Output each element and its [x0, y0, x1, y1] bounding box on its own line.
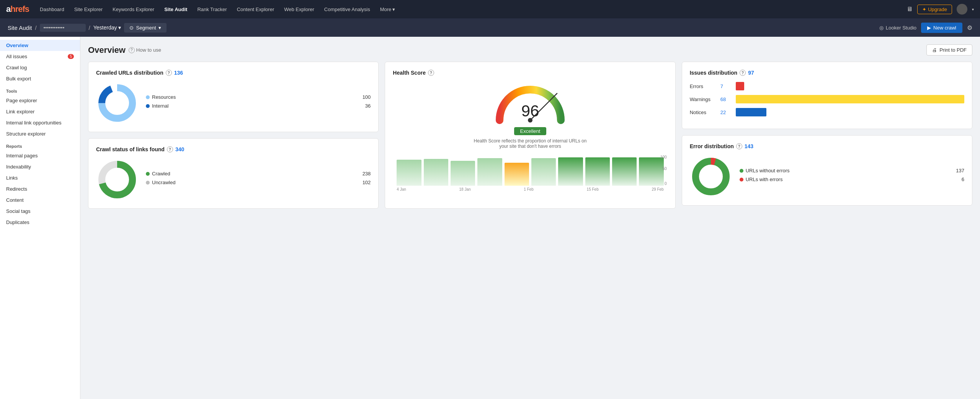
notices-row: Notices 22 [690, 108, 964, 116]
crawl-status-donut: Crawled 238 Uncrawled 102 [96, 159, 371, 201]
uncrawled-dot [146, 181, 150, 185]
internal-dot [146, 104, 150, 108]
sidebar-item-indexability[interactable]: Indexability [0, 161, 80, 172]
print-to-pdf-button[interactable]: 🖨 Print to PDF [926, 44, 972, 56]
nav-site-audit[interactable]: Site Audit [160, 5, 191, 14]
nav-keywords-explorer[interactable]: Keywords Explorer [109, 5, 158, 14]
chevron-down-icon: ▾ [392, 7, 395, 12]
issues-distribution-card: Issues distribution ? 97 Errors 7 Warnin… [682, 62, 972, 129]
crawled-legend-item: Crawled 238 [146, 171, 371, 177]
sidebar: Overview All issues 5 Crawl log Bulk exp… [0, 37, 80, 399]
crawled-urls-card: Crawled URLs distribution ? 136 [88, 62, 379, 132]
sidebar-item-overview[interactable]: Overview [0, 40, 80, 51]
nav-content-explorer[interactable]: Content Explorer [233, 5, 278, 14]
sidebar-item-structure-explorer[interactable]: Structure explorer [0, 128, 80, 139]
breadcrumb-sep-1: / [35, 25, 36, 31]
nav-web-explorer[interactable]: Web Explorer [280, 5, 318, 14]
crawled-urls-count[interactable]: 136 [174, 70, 183, 76]
health-score-section: 96 Excellent Health Score reflects the p… [393, 82, 667, 191]
nav-more[interactable]: More▾ [376, 5, 399, 14]
health-description: Health Score reflects the proportion of … [473, 138, 588, 149]
resources-legend-item: Resources 100 [146, 94, 371, 100]
breadcrumb-sep-2: / [89, 25, 90, 31]
crawled-urls-help-icon[interactable]: ? [166, 70, 172, 76]
breadcrumb-date[interactable]: Yesterday ▾ [93, 25, 121, 31]
looker-studio-button[interactable]: ◎ Looker Studio [879, 25, 916, 31]
nav-site-explorer[interactable]: Site Explorer [70, 5, 106, 14]
history-chart: 100 50 0 4 Jan 18 Jan 1 Feb 15 Feb 29 Fe… [393, 155, 667, 191]
sidebar-item-link-explorer[interactable]: Link explorer [0, 106, 80, 117]
sidebar-item-content[interactable]: Content [0, 195, 80, 206]
crawled-urls-chart [96, 82, 138, 124]
sidebar-item-links[interactable]: Links [0, 172, 80, 183]
sidebar-item-all-issues[interactable]: All issues 5 [0, 51, 80, 62]
warnings-count[interactable]: 68 [720, 96, 732, 102]
breadcrumb-site-audit[interactable]: Site Audit [8, 25, 32, 31]
crawl-status-title: Crawl status of links found ? 340 [96, 146, 371, 152]
errors-count[interactable]: 7 [720, 83, 732, 89]
internal-legend-item: Internal 36 [146, 103, 371, 109]
nav-competitive-analysis[interactable]: Competitive Analysis [320, 5, 374, 14]
looker-icon: ◎ [879, 25, 884, 31]
page-title: Overview [88, 45, 126, 55]
error-dist-title: Error distribution ? 143 [690, 143, 964, 149]
uncrawled-legend-item: Uncrawled 102 [146, 180, 371, 185]
upgrade-plus-icon: ✦ [922, 7, 926, 12]
error-dist-donut: URLs without errors 137 URLs with errors… [690, 155, 964, 198]
error-dist-help-icon[interactable]: ? [736, 143, 742, 149]
breadcrumb-bar: Site Audit / •••••••••••• / Yesterday ▾ … [0, 18, 980, 37]
all-issues-badge: 5 [68, 54, 74, 59]
sidebar-item-redirects[interactable]: Redirects [0, 183, 80, 195]
errors-label: Errors [690, 83, 717, 89]
crawl-status-help-icon[interactable]: ? [167, 146, 173, 152]
all-issues-label: All issues [6, 54, 27, 59]
issues-dist-count[interactable]: 97 [748, 70, 754, 76]
nav-dashboard[interactable]: Dashboard [36, 5, 68, 14]
bar-label-jan18: 18 Jan [459, 187, 471, 191]
sidebar-item-page-explorer[interactable]: Page explorer [0, 95, 80, 106]
warnings-row: Warnings 68 [690, 95, 964, 103]
issues-dist-help-icon[interactable]: ? [740, 70, 746, 76]
monitor-icon[interactable]: 🖥 [906, 6, 913, 13]
bar-label-feb1: 1 Feb [524, 187, 534, 191]
sidebar-section-tools: Tools [0, 84, 80, 95]
settings-icon[interactable]: ⚙ [967, 24, 972, 31]
breadcrumb-domain[interactable]: •••••••••••• [40, 24, 86, 32]
logo[interactable]: ahrefs [6, 4, 29, 14]
notices-bar [736, 108, 766, 116]
gauge-number: 96 [521, 102, 539, 120]
svg-point-5 [106, 168, 129, 191]
question-icon: ? [129, 47, 135, 53]
segment-icon: ⊙ [129, 25, 134, 31]
urls-without-errors-item: URLs without errors 137 [740, 168, 964, 173]
sidebar-item-duplicates[interactable]: Duplicates [0, 217, 80, 228]
notices-count[interactable]: 22 [720, 110, 732, 115]
segment-button[interactable]: ⊙ Segment ▾ [124, 23, 166, 33]
sidebar-item-social-tags[interactable]: Social tags [0, 206, 80, 217]
resources-dot [146, 95, 150, 99]
svg-point-2 [106, 92, 129, 114]
new-crawl-button[interactable]: ▶ New crawl [921, 23, 962, 33]
issues-dist-title: Issues distribution ? 97 [690, 70, 964, 76]
bar-label-feb29: 29 Feb [652, 187, 663, 191]
top-nav: ahrefs Dashboard Site Explorer Keywords … [0, 0, 980, 18]
crawl-status-legend: Crawled 238 Uncrawled 102 [146, 171, 371, 188]
error-dist-chart [690, 155, 732, 198]
crawl-status-count[interactable]: 340 [175, 146, 184, 152]
avatar[interactable] [957, 4, 967, 15]
nav-rank-tracker[interactable]: Rank Tracker [193, 5, 230, 14]
error-dist-count[interactable]: 143 [745, 143, 753, 149]
main-layout: Overview All issues 5 Crawl log Bulk exp… [0, 37, 980, 399]
health-score-help-icon[interactable]: ? [428, 70, 434, 76]
account-chevron-icon[interactable]: ▾ [972, 7, 974, 11]
sidebar-item-internal-link[interactable]: Internal link opportunities [0, 117, 80, 128]
how-to-use-button[interactable]: ? How to use [129, 47, 161, 53]
sidebar-item-bulk-export[interactable]: Bulk export [0, 73, 80, 84]
errors-row: Errors 7 [690, 82, 964, 90]
y-axis-100: 100 [660, 155, 667, 159]
upgrade-button[interactable]: ✦ Upgrade [917, 5, 952, 14]
sidebar-item-crawl-log[interactable]: Crawl log [0, 62, 80, 73]
sidebar-item-internal-pages[interactable]: Internal pages [0, 150, 80, 161]
notices-label: Notices [690, 110, 717, 115]
health-score-title: Health Score ? [393, 70, 667, 76]
